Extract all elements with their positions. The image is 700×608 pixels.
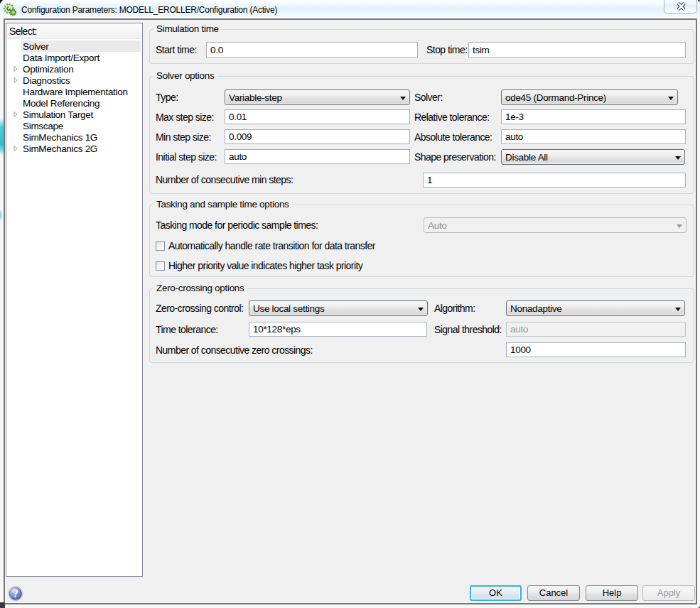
svg-text:?: ? — [13, 587, 18, 599]
